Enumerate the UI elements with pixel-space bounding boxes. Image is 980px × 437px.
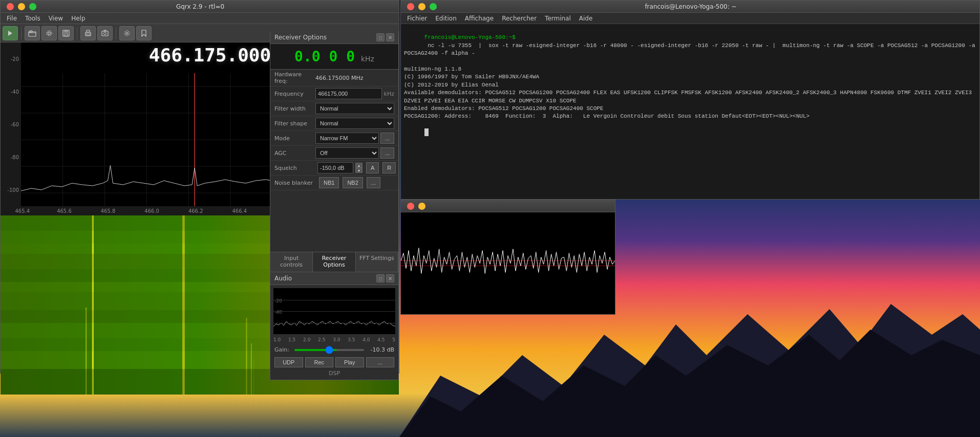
hardware-freq-row: Hardware freq: 466.175000 MHz xyxy=(270,70,398,86)
signal-viewer-svg xyxy=(401,212,615,314)
nb2-btn[interactable]: NB2 xyxy=(343,177,363,188)
squelch-up-btn[interactable]: ▲ xyxy=(355,163,363,168)
terminal-minimize-btn[interactable] xyxy=(418,3,425,10)
mode-more-btn[interactable]: ... xyxy=(380,133,394,144)
y-label-100: -100 xyxy=(7,187,19,193)
gain-row: Gain: -10.3 dB xyxy=(270,344,398,355)
y-label-20: -20 xyxy=(11,56,19,62)
svg-rect-15 xyxy=(104,30,106,31)
svg-rect-12 xyxy=(87,34,90,35)
terminal-titlebar: francois@Lenovo-Yoga-500: ~ xyxy=(401,1,979,13)
tab-bar: Input controls Receiver Options FFT Sett… xyxy=(270,252,398,272)
toolbar-open-btn[interactable] xyxy=(25,26,40,40)
term-menu-affichage[interactable]: Affichage xyxy=(461,14,498,23)
filter-shape-select[interactable]: Soft Normal Sharp xyxy=(315,118,394,129)
filter-width-label: Filter width xyxy=(274,105,315,112)
toolbar-play-btn[interactable] xyxy=(3,26,18,40)
term-menu-rechercher[interactable]: Rechercher xyxy=(498,14,541,23)
term-menu-fichier[interactable]: Fichier xyxy=(403,14,431,23)
squelch-a-btn[interactable]: A xyxy=(366,162,379,173)
nb1-btn[interactable]: NB1 xyxy=(319,177,339,188)
tab-receiver-options[interactable]: Receiver Options xyxy=(313,252,355,272)
agc-more-btn[interactable]: ... xyxy=(380,147,394,159)
term-line-2: (C) 1996/1997 by Tom Sailer HB9JNX/AE4WA xyxy=(404,73,976,81)
tab-input-controls[interactable]: Input controls xyxy=(270,252,313,272)
squelch-spinbox: ▲ ▼ xyxy=(355,163,363,173)
toolbar-screenshot-btn[interactable] xyxy=(97,26,113,40)
gqrx-minimize-btn[interactable] xyxy=(18,3,25,10)
freq-label-1: 465.6 xyxy=(57,208,72,214)
menu-file[interactable]: File xyxy=(3,14,21,23)
menu-view[interactable]: View xyxy=(45,14,67,23)
y-label-60: -60 xyxy=(11,122,19,127)
terminal-maximize-btn[interactable] xyxy=(430,3,437,10)
freq-label-3: 466.0 xyxy=(144,208,159,214)
term-line-cursor xyxy=(404,121,976,144)
audio-panel-btn-2[interactable]: ✕ xyxy=(386,274,394,282)
rx-frequency-number: 0.0 0 0 xyxy=(294,48,355,65)
gain-slider[interactable] xyxy=(294,349,364,351)
gqrx-maximize-btn[interactable] xyxy=(29,3,36,10)
term-menu-aide[interactable]: Aide xyxy=(575,14,597,23)
agc-select[interactable]: Off Fast Medium Slow xyxy=(315,147,379,159)
rec-btn[interactable]: Rec xyxy=(305,357,334,367)
gain-value: -10.3 dB xyxy=(366,346,394,353)
gqrx-close-btn[interactable] xyxy=(7,3,14,10)
agc-row: AGC Off Fast Medium Slow ... xyxy=(270,146,398,161)
terminal-menubar: Fichier Edition Affichage Rechercher Ter… xyxy=(401,13,979,24)
menu-tools[interactable]: Tools xyxy=(21,14,45,23)
term-cmd-0: nc -l -u 7355 | sox -t raw -esigned-inte… xyxy=(404,42,978,56)
squelch-input[interactable] xyxy=(317,162,353,173)
play-btn[interactable]: Play xyxy=(335,357,364,367)
toolbar-bookmark-btn[interactable] xyxy=(136,26,152,40)
dsp-label-container: DSP xyxy=(270,369,398,380)
terminal-window: francois@Lenovo-Yoga-500: ~ Fichier Edit… xyxy=(400,0,980,200)
audio-title: Audio xyxy=(274,275,292,282)
freq-label-0: 465.4 xyxy=(15,208,30,214)
squelch-r-btn[interactable]: R xyxy=(382,162,396,173)
rx-frequency-display: 0.0 0 0 kHz xyxy=(270,44,398,70)
toolbar-print-btn[interactable] xyxy=(80,26,96,40)
noise-blanker-row: Noise blanker NB1 NB2 ... xyxy=(270,176,398,190)
receiver-panel-btn-1[interactable]: □ xyxy=(376,33,385,41)
signal-viewer-window xyxy=(400,200,615,315)
signal-viewer-close-btn[interactable] xyxy=(407,203,414,210)
terminal-close-btn[interactable] xyxy=(407,3,414,10)
audio-more-btn[interactable]: ... xyxy=(366,357,395,367)
frequency-row: Frequency kHz xyxy=(270,86,398,101)
receiver-header: Receiver Options □ ✕ xyxy=(270,31,398,44)
audio-freq-6: 3.5 xyxy=(348,337,355,342)
udp-btn[interactable]: UDP xyxy=(274,357,303,367)
gqrx-menubar: File Tools View Help xyxy=(1,13,399,24)
y-axis: -20 -40 -60 -80 -100 xyxy=(1,42,21,206)
term-menu-terminal[interactable]: Terminal xyxy=(541,14,575,23)
menu-help[interactable]: Help xyxy=(67,14,89,23)
receiver-panel-btn-2[interactable]: ✕ xyxy=(386,33,394,41)
mode-label: Mode xyxy=(274,135,315,142)
audio-canvas-container: -20 -40 xyxy=(273,288,395,334)
nb-more-btn[interactable]: ... xyxy=(367,177,380,188)
svg-rect-9 xyxy=(65,34,68,36)
signal-viewer-minimize-btn[interactable] xyxy=(418,203,425,210)
toolbar-separator-3 xyxy=(116,27,116,39)
squelch-row: Squelch ▲ ▼ A R xyxy=(270,161,398,176)
term-menu-edition[interactable]: Edition xyxy=(431,14,461,23)
toolbar-settings-btn[interactable] xyxy=(119,26,135,40)
audio-section: Audio □ ✕ -20 -40 1 xyxy=(270,272,398,380)
filter-width-select[interactable]: Narrow Normal Wide User xyxy=(315,103,394,114)
audio-header: Audio □ ✕ xyxy=(270,272,398,285)
mode-select[interactable]: FM Narrow FM AM LSB USB xyxy=(315,133,379,144)
tab-fft-settings[interactable]: FFT Settings xyxy=(356,252,398,272)
squelch-down-btn[interactable]: ▼ xyxy=(355,168,363,173)
audio-panel-btn-1[interactable]: □ xyxy=(376,274,385,282)
frequency-input[interactable] xyxy=(315,88,382,99)
toolbar-save-btn[interactable] xyxy=(58,26,74,40)
toolbar-separator-1 xyxy=(21,27,22,39)
term-line-6: POCSAG1200: Address: 8469 Function: 3 Al… xyxy=(404,113,976,120)
toolbar-config-btn[interactable] xyxy=(41,26,57,40)
squelch-label: Squelch xyxy=(274,165,315,171)
rx-frequency-unit: kHz xyxy=(361,55,374,63)
audio-db-label-40: -40 xyxy=(274,310,282,315)
hardware-freq-label: Hardware freq: xyxy=(274,71,315,84)
svg-point-6 xyxy=(47,31,52,36)
